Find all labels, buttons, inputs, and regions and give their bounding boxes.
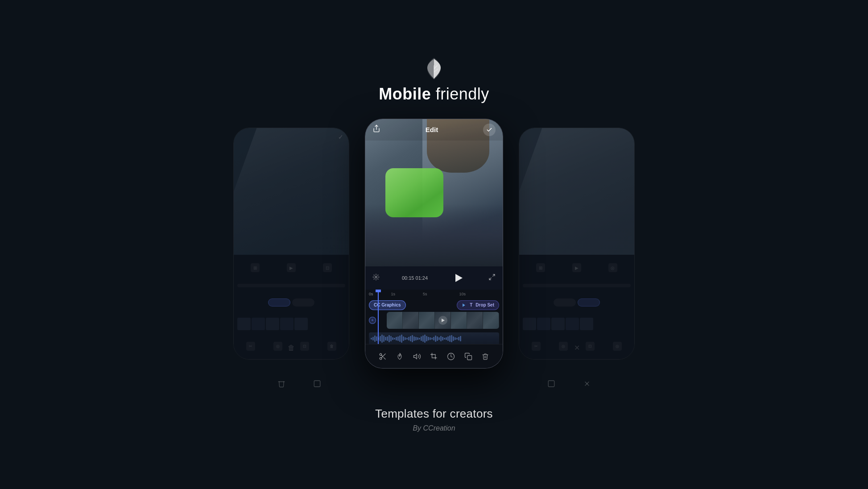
phone-controls: 00:15 01:24	[365, 266, 503, 369]
flame-icon[interactable]	[392, 348, 408, 365]
svg-marker-4	[463, 303, 465, 307]
timeline-tracks: CC Graphics T Drop Set	[365, 298, 503, 331]
track-drop-chip[interactable]: T Drop Set	[457, 300, 499, 310]
track-cc-chip[interactable]: CC Graphics	[369, 300, 406, 310]
outer-delete-icon-left	[273, 375, 290, 393]
phone-side-right: ⊞ ▶ ◎	[519, 128, 635, 360]
edit-label: Edit	[426, 126, 438, 133]
phones-container: ✓ ⊞ ▶ ⊡	[233, 114, 635, 373]
outer-expand-icon-left	[308, 375, 326, 393]
crop-icon[interactable]	[426, 348, 442, 365]
video-track-row: +	[369, 312, 499, 329]
svg-line-8	[384, 357, 385, 359]
app-header: Mobile friendly	[379, 57, 489, 104]
check-icon[interactable]	[483, 124, 496, 136]
svg-rect-12	[467, 356, 471, 360]
delete-icon[interactable]	[477, 348, 493, 365]
waveform	[369, 332, 499, 344]
svg-line-3	[489, 278, 492, 280]
gear-icon[interactable]	[372, 274, 380, 282]
video-strip	[387, 312, 499, 329]
play-button[interactable]	[450, 270, 466, 286]
time-display: 00:15 01:24	[402, 275, 428, 281]
footer-section: Templates for creators By CCreation	[375, 407, 493, 432]
outer-square-icon-right	[542, 375, 560, 393]
outer-toolbar	[233, 375, 635, 393]
phone-top-bar: Edit	[365, 119, 503, 141]
duplicate-icon[interactable]	[460, 348, 476, 365]
scissors-icon[interactable]	[375, 348, 391, 365]
footer-title: Templates for creators	[375, 407, 493, 421]
app-logo	[422, 57, 446, 80]
svg-rect-14	[548, 381, 554, 387]
track-cc-row: CC Graphics T Drop Set	[369, 300, 499, 310]
playback-bar: 00:15 01:24	[365, 266, 503, 290]
expand-icon[interactable]	[488, 274, 496, 282]
svg-line-9	[381, 355, 383, 356]
playhead	[378, 290, 379, 344]
svg-marker-10	[413, 354, 417, 359]
speed-icon[interactable]	[443, 348, 459, 365]
outer-close-icon-right	[578, 375, 596, 393]
svg-point-1	[375, 276, 377, 278]
phone-side-left: ✓ ⊞ ▶ ⊡	[233, 128, 349, 360]
scene: Mobile friendly ✓ ⊞ ▶ ⊡	[0, 0, 868, 489]
svg-rect-13	[314, 381, 320, 387]
phone-video-area: Edit	[365, 119, 503, 266]
timeline-ruler: 0s 1s 5s 10s	[365, 290, 503, 298]
timeline-container: 0s 1s 5s 10s CC Graphics	[365, 290, 503, 344]
svg-line-2	[492, 274, 495, 277]
volume-icon[interactable]	[409, 348, 425, 365]
strip-play-icon	[438, 316, 447, 325]
phone-center: Edit	[365, 119, 503, 369]
footer-subtitle: By CCreation	[375, 424, 493, 432]
green-card-overlay	[385, 168, 443, 217]
share-icon	[372, 124, 380, 135]
page-title: Mobile friendly	[379, 85, 489, 104]
bottom-toolbar	[365, 344, 503, 369]
